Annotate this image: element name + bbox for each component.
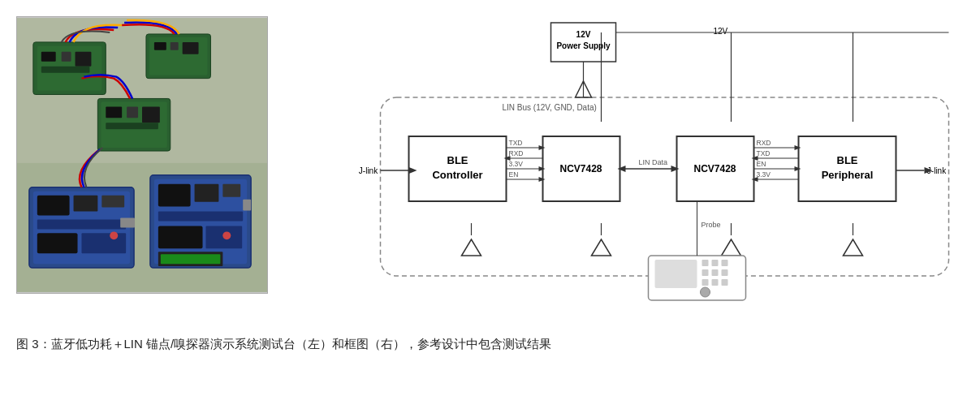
svg-rect-27 xyxy=(81,233,126,253)
svg-rect-114 xyxy=(722,269,728,276)
svg-rect-33 xyxy=(195,184,219,202)
svg-rect-117 xyxy=(722,279,728,286)
svg-text:Power Supply: Power Supply xyxy=(556,41,611,50)
svg-rect-41 xyxy=(161,254,221,264)
svg-rect-24 xyxy=(101,196,124,208)
svg-rect-18 xyxy=(142,106,160,123)
top-section: LIN Bus (12V, GND, Data) 12V Power Suppl… xyxy=(16,16,964,312)
photo-area xyxy=(16,16,268,294)
svg-text:BLE: BLE xyxy=(447,154,468,166)
svg-rect-113 xyxy=(712,269,719,276)
svg-rect-5 xyxy=(41,52,56,62)
diagram-area: LIN Bus (12V, GND, Data) 12V Power Suppl… xyxy=(284,16,964,312)
svg-rect-38 xyxy=(243,200,251,211)
svg-text:Probe: Probe xyxy=(702,221,721,229)
svg-rect-116 xyxy=(712,279,719,286)
svg-rect-8 xyxy=(41,67,90,73)
svg-rect-11 xyxy=(154,42,166,50)
svg-text:RXD: RXD xyxy=(757,139,771,147)
svg-rect-35 xyxy=(158,212,243,222)
svg-text:RXD: RXD xyxy=(509,149,524,157)
page-container: LIN Bus (12V, GND, Data) 12V Power Suppl… xyxy=(16,16,964,354)
svg-rect-115 xyxy=(702,279,709,286)
svg-text:Controller: Controller xyxy=(432,169,482,181)
figure-caption: 图 3：蓝牙低功耗＋LIN 锚点/嗅探器演示系统测试台（左）和框图（右），参考设… xyxy=(16,331,964,354)
svg-text:TXD: TXD xyxy=(509,139,523,147)
svg-rect-111 xyxy=(722,260,728,266)
svg-marker-52 xyxy=(722,239,741,256)
svg-rect-34 xyxy=(222,184,240,197)
svg-text:Peripheral: Peripheral xyxy=(822,169,874,181)
svg-text:NCV7428: NCV7428 xyxy=(693,163,736,174)
svg-text:3.3V: 3.3V xyxy=(757,170,771,179)
svg-rect-12 xyxy=(171,42,179,50)
svg-point-118 xyxy=(701,287,710,297)
svg-text:3.3V: 3.3V xyxy=(509,160,524,168)
svg-point-39 xyxy=(222,231,231,239)
system-diagram: LIN Bus (12V, GND, Data) 12V Power Suppl… xyxy=(284,16,964,308)
svg-rect-36 xyxy=(158,226,203,248)
svg-rect-110 xyxy=(712,260,719,266)
svg-text:NCV7428: NCV7428 xyxy=(559,163,602,174)
svg-rect-32 xyxy=(158,184,191,207)
svg-rect-23 xyxy=(74,196,98,212)
svg-rect-109 xyxy=(702,260,709,266)
svg-text:12V: 12V xyxy=(576,30,591,39)
svg-rect-7 xyxy=(76,52,92,67)
svg-rect-13 xyxy=(183,42,199,54)
svg-rect-25 xyxy=(37,219,126,229)
svg-marker-50 xyxy=(462,239,481,256)
svg-text:12V: 12V xyxy=(714,27,728,36)
svg-rect-17 xyxy=(127,106,138,118)
caption-text: 图 3：蓝牙低功耗＋LIN 锚点/嗅探器演示系统测试台（左）和框图（右），参考设… xyxy=(16,337,551,351)
svg-rect-6 xyxy=(62,52,71,62)
svg-rect-112 xyxy=(702,269,709,276)
svg-text:TXD: TXD xyxy=(757,149,771,157)
svg-rect-26 xyxy=(37,233,78,253)
svg-text:EN: EN xyxy=(757,160,766,168)
svg-marker-51 xyxy=(592,239,611,256)
svg-point-29 xyxy=(110,231,118,239)
svg-rect-16 xyxy=(106,106,122,118)
svg-text:EN: EN xyxy=(509,170,519,179)
svg-marker-53 xyxy=(844,239,863,256)
svg-rect-28 xyxy=(120,217,135,227)
svg-text:LIN Bus (12V, GND, Data): LIN Bus (12V, GND, Data) xyxy=(503,103,597,112)
svg-text:J-link: J-link xyxy=(359,166,378,175)
svg-text:BLE: BLE xyxy=(837,154,858,166)
svg-rect-108 xyxy=(655,260,697,288)
svg-text:LIN Data: LIN Data xyxy=(639,158,668,166)
svg-rect-22 xyxy=(37,196,70,216)
svg-rect-19 xyxy=(106,123,158,129)
